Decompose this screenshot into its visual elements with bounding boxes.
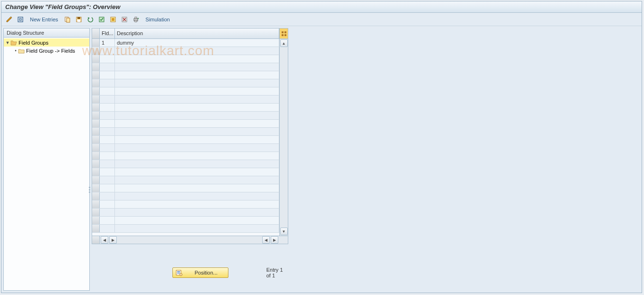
cell-description[interactable] (115, 55, 279, 63)
cell-description[interactable] (115, 184, 279, 192)
copy-as-icon[interactable] (63, 15, 72, 24)
row-selector[interactable] (92, 184, 100, 192)
table-row[interactable] (92, 176, 279, 184)
cell-fld[interactable] (100, 104, 115, 111)
cell-description[interactable] (115, 168, 279, 176)
cell-fld[interactable] (100, 152, 115, 160)
cell-fld[interactable] (100, 63, 115, 71)
table-row[interactable] (92, 160, 279, 168)
cell-fld[interactable] (100, 112, 115, 119)
splitter-handle[interactable] (89, 183, 91, 196)
scroll-right-step-icon[interactable]: ▶ (109, 236, 117, 244)
row-selector[interactable] (92, 95, 100, 103)
position-button[interactable]: Position... (172, 267, 228, 278)
other-entry-icon[interactable] (16, 15, 25, 24)
new-entries-button[interactable]: New Entries (27, 17, 61, 22)
cell-description[interactable] (115, 47, 279, 55)
cell-description[interactable] (115, 152, 279, 160)
cell-fld[interactable] (100, 176, 115, 184)
cell-fld[interactable] (100, 120, 115, 127)
cell-description[interactable] (115, 71, 279, 79)
table-row[interactable] (92, 209, 279, 217)
cell-fld[interactable] (100, 87, 115, 95)
cell-description[interactable] (115, 128, 279, 135)
row-selector[interactable] (92, 47, 100, 55)
cell-fld[interactable] (100, 217, 115, 224)
table-row[interactable] (92, 79, 279, 87)
row-selector[interactable] (92, 209, 100, 216)
select-block-icon[interactable] (108, 15, 118, 24)
row-selector[interactable] (92, 144, 100, 152)
row-selector[interactable] (92, 39, 100, 47)
column-header-description[interactable]: Description (115, 29, 279, 38)
row-selector[interactable] (92, 79, 100, 87)
scroll-right-icon[interactable]: ▶ (271, 236, 278, 244)
table-row[interactable] (92, 95, 279, 104)
cell-fld[interactable] (100, 225, 115, 232)
cell-fld[interactable]: 1 (100, 39, 115, 47)
column-header-fld[interactable]: Fld... (100, 29, 115, 38)
table-row[interactable] (92, 168, 279, 176)
table-row[interactable] (92, 71, 279, 79)
select-all-icon[interactable] (97, 15, 106, 24)
table-row[interactable] (92, 192, 279, 200)
print-icon[interactable] (131, 15, 141, 24)
table-row[interactable] (92, 87, 279, 95)
cell-fld[interactable] (100, 160, 115, 168)
cell-fld[interactable] (100, 47, 115, 55)
deselect-all-icon[interactable] (120, 15, 129, 24)
tree-node-field-groups[interactable]: ▼ Field Groups (4, 38, 89, 47)
cell-fld[interactable] (100, 144, 115, 152)
scroll-left-icon[interactable]: ◀ (101, 236, 108, 244)
row-selector[interactable] (92, 128, 100, 135)
cell-description[interactable] (115, 112, 279, 119)
row-selector[interactable] (92, 217, 100, 224)
row-selector[interactable] (92, 192, 100, 200)
row-selector[interactable] (92, 225, 100, 232)
table-row[interactable] (92, 144, 279, 152)
cell-description[interactable] (115, 120, 279, 127)
simulation-button[interactable]: Simulation (142, 17, 172, 22)
row-selector[interactable] (92, 136, 100, 143)
row-selector[interactable] (92, 71, 100, 79)
cell-fld[interactable] (100, 128, 115, 135)
cell-description[interactable] (115, 217, 279, 224)
table-row[interactable] (92, 225, 279, 233)
cell-description[interactable]: dummy (115, 39, 279, 47)
cell-fld[interactable] (100, 192, 115, 200)
scroll-down-icon[interactable]: ▼ (280, 228, 288, 235)
horizontal-scrollbar[interactable]: ◀ ▶ ◀ ▶ (92, 236, 288, 244)
cell-fld[interactable] (100, 79, 115, 87)
cell-description[interactable] (115, 87, 279, 95)
cell-fld[interactable] (100, 168, 115, 176)
table-row[interactable] (92, 136, 279, 144)
scroll-up-icon[interactable]: ▲ (280, 39, 288, 47)
cell-fld[interactable] (100, 184, 115, 192)
vertical-scrollbar[interactable]: ▲ ▼ (279, 39, 288, 236)
cell-fld[interactable] (100, 55, 115, 63)
cell-description[interactable] (115, 225, 279, 232)
tree-collapse-icon[interactable]: ▼ (5, 40, 10, 45)
table-row[interactable] (92, 47, 279, 55)
cell-description[interactable] (115, 209, 279, 216)
cell-description[interactable] (115, 144, 279, 152)
table-settings-icon[interactable] (279, 29, 288, 38)
cell-description[interactable] (115, 63, 279, 71)
table-row[interactable] (92, 112, 279, 120)
table-row[interactable] (92, 128, 279, 136)
row-selector[interactable] (92, 63, 100, 71)
row-selector[interactable] (92, 200, 100, 208)
row-selector[interactable] (92, 104, 100, 111)
table-row[interactable] (92, 55, 279, 63)
cell-description[interactable] (115, 95, 279, 103)
table-row[interactable] (92, 63, 279, 71)
row-selector[interactable] (92, 160, 100, 168)
cell-fld[interactable] (100, 71, 115, 79)
table-row[interactable]: 1dummy (92, 39, 279, 47)
undo-icon[interactable] (85, 15, 95, 24)
cell-description[interactable] (115, 200, 279, 208)
row-selector[interactable] (92, 112, 100, 119)
row-selector[interactable] (92, 168, 100, 176)
display-change-icon[interactable] (4, 15, 14, 24)
cell-description[interactable] (115, 192, 279, 200)
